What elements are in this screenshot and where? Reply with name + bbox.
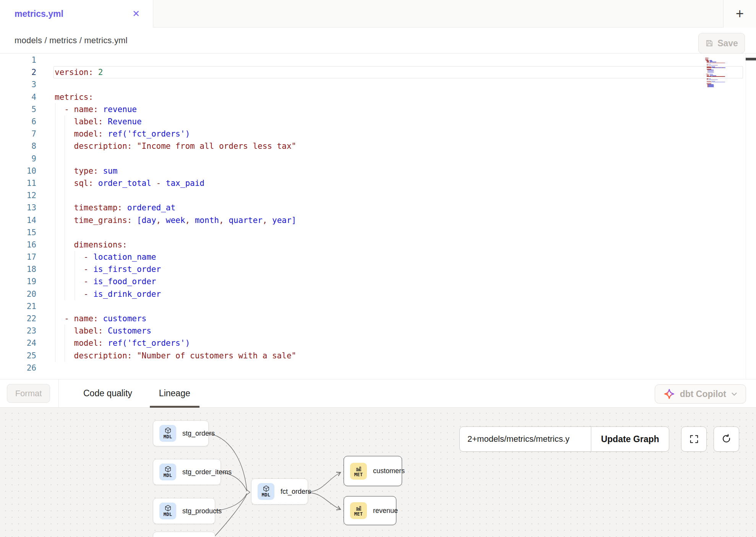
- code-line[interactable]: 20 - is_drink_order: [0, 288, 756, 300]
- node-kind-label: MDL: [164, 434, 172, 439]
- code-text: description: "Income from all orders les…: [36, 142, 296, 151]
- code-line[interactable]: 9: [0, 153, 756, 165]
- code-line[interactable]: 5 - name: revenue: [0, 103, 756, 116]
- format-button[interactable]: Format: [7, 384, 50, 403]
- tab-bar-filler: [153, 0, 723, 28]
- code-line[interactable]: 2version: 2: [0, 66, 756, 78]
- node-kind-label: MDL: [262, 492, 271, 498]
- code-lines[interactable]: 12version: 234metrics:5 - name: revenue6…: [0, 54, 756, 374]
- code-line[interactable]: 24 model: ref('fct_orders'): [0, 337, 756, 349]
- code-line[interactable]: 14 time_grains: [day, week, month, quart…: [0, 214, 756, 226]
- code-line[interactable]: 13 timestamp: ordered_at: [0, 202, 756, 214]
- dbt-copilot-button[interactable]: dbt Copilot: [655, 384, 746, 404]
- node-label: stg_orders: [182, 430, 215, 438]
- code-line[interactable]: 16 dimensions:: [0, 239, 756, 251]
- code-line[interactable]: 4metrics:: [0, 91, 756, 103]
- line-number: 9: [0, 154, 36, 163]
- graph-controls: Update Graph: [459, 426, 669, 452]
- code-line[interactable]: 15: [0, 226, 756, 239]
- plus-icon: +: [736, 7, 744, 21]
- tab-bar: metrics.yml ✕ +: [0, 0, 756, 28]
- line-number: 26: [0, 363, 36, 373]
- lineage-node-fct_orders[interactable]: MDLfct_orders: [251, 478, 308, 504]
- metric-icon: MET: [350, 463, 367, 480]
- lineage-node-cut_node[interactable]: [153, 532, 215, 537]
- line-number: 11: [0, 179, 36, 188]
- dbt-copilot-logo-icon: [664, 388, 675, 400]
- code-line[interactable]: 17 - location_name: [0, 251, 756, 263]
- minimap[interactable]: [705, 58, 728, 87]
- close-tab-icon[interactable]: ✕: [131, 8, 141, 19]
- code-text: dimensions:: [36, 240, 127, 249]
- node-label: stg_order_items: [182, 468, 232, 476]
- line-number: 6: [0, 117, 36, 126]
- code-editor[interactable]: 12version: 234metrics:5 - name: revenue6…: [0, 54, 756, 379]
- code-text: - name: customers: [36, 314, 146, 323]
- chevron-down-icon: [731, 392, 737, 396]
- code-line[interactable]: 25 description: "Number of customers wit…: [0, 350, 756, 362]
- lineage-node-customers[interactable]: METcustomers: [344, 456, 402, 486]
- code-line[interactable]: 8 description: "Income from all orders l…: [0, 140, 756, 152]
- fullscreen-button[interactable]: [681, 426, 707, 452]
- code-line[interactable]: 6 label: Revenue: [0, 116, 756, 128]
- graph-selector-input[interactable]: [460, 427, 591, 451]
- code-line[interactable]: 12: [0, 189, 756, 202]
- code-text: description: "Number of customers with a…: [36, 351, 296, 360]
- line-number: 10: [0, 166, 36, 176]
- toolbar-divider: [58, 379, 59, 408]
- lineage-node-revenue[interactable]: METrevenue: [344, 496, 396, 525]
- lineage-node-stg_orders[interactable]: MDLstg_orders: [153, 420, 209, 446]
- code-line[interactable]: 19 - is_food_order: [0, 275, 756, 288]
- code-line[interactable]: 11 sql: order_total - tax_paid: [0, 177, 756, 189]
- line-number: 12: [0, 191, 36, 200]
- node-kind-label: MDL: [164, 473, 172, 478]
- node-label: fct_orders: [281, 488, 311, 496]
- code-line[interactable]: 23 label: Customers: [0, 325, 756, 337]
- model-icon: MDL: [159, 503, 176, 519]
- line-number: 17: [0, 252, 36, 262]
- code-text: model: ref('fct_orders'): [36, 338, 190, 348]
- line-number: 7: [0, 129, 36, 138]
- line-number: 18: [0, 265, 36, 274]
- save-floppy-icon: [705, 39, 714, 47]
- node-kind-label: MET: [354, 472, 363, 477]
- code-text: time_grains: [day, week, month, quarter,…: [36, 216, 296, 225]
- code-line[interactable]: 3: [0, 78, 756, 91]
- lineage-node-stg_products[interactable]: MDLstg_products: [153, 498, 215, 524]
- save-button[interactable]: Save: [698, 33, 745, 54]
- breadcrumb[interactable]: models / metrics / metrics.yml: [15, 36, 128, 46]
- code-text: timestamp: ordered_at: [36, 203, 175, 212]
- tab-lineage[interactable]: Lineage: [157, 379, 193, 408]
- line-number: 1: [0, 55, 36, 65]
- line-number: 20: [0, 290, 36, 299]
- node-label: stg_products: [182, 507, 222, 515]
- code-line[interactable]: 7 model: ref('fct_orders'): [0, 128, 756, 140]
- code-text: - is_first_order: [36, 265, 161, 274]
- code-text: model: ref('fct_orders'): [36, 129, 190, 138]
- update-graph-button[interactable]: Update Graph: [591, 427, 669, 451]
- code-text: label: Customers: [36, 326, 151, 335]
- code-text: type: sum: [36, 166, 117, 176]
- bottom-toolbar: Format Code quality Lineage dbt Copilot: [0, 379, 756, 408]
- line-number: 21: [0, 302, 36, 311]
- line-number: 22: [0, 314, 36, 323]
- code-line[interactable]: 21: [0, 300, 756, 312]
- node-label: revenue: [373, 507, 398, 515]
- line-number: 4: [0, 93, 36, 102]
- tab-metrics-yml[interactable]: metrics.yml ✕: [0, 0, 153, 28]
- code-text: version: 2: [36, 68, 103, 77]
- line-number: 25: [0, 351, 36, 360]
- code-line[interactable]: 18 - is_first_order: [0, 263, 756, 275]
- line-number: 14: [0, 216, 36, 225]
- new-tab-button[interactable]: +: [723, 0, 756, 28]
- tab-code-quality[interactable]: Code quality: [81, 379, 135, 408]
- code-line[interactable]: 1: [0, 54, 756, 66]
- code-line[interactable]: 26: [0, 362, 756, 374]
- lineage-canvas[interactable]: MDLstg_ordersMDLstg_order_itemsMDLstg_pr…: [0, 408, 756, 537]
- lineage-node-stg_order_items[interactable]: MDLstg_order_items: [153, 459, 221, 485]
- metric-icon: MET: [350, 502, 367, 519]
- code-text: sql: order_total - tax_paid: [36, 179, 204, 188]
- refresh-button[interactable]: [714, 426, 739, 452]
- code-line[interactable]: 10 type: sum: [0, 165, 756, 177]
- code-line[interactable]: 22 - name: customers: [0, 312, 756, 325]
